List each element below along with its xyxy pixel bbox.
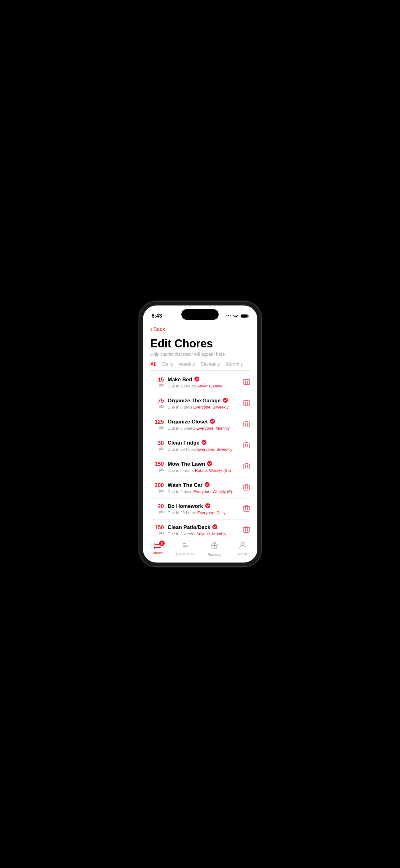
chore-due: Due in 6 days Everyone, Biweekly [168, 405, 239, 409]
chore-name-row: Clean Patio/Deck [168, 524, 239, 531]
chore-name-row: Do Homework [168, 503, 239, 510]
chore-points: 150 pts [151, 525, 164, 535]
dynamic-island [181, 309, 219, 320]
leaderboard-icon: 1 2 3 [182, 541, 190, 551]
chores-icon: 8 [153, 542, 162, 550]
svg-point-37 [154, 547, 156, 549]
chore-name: Mow The Lawn [168, 461, 205, 467]
chore-points-label: pts [151, 531, 164, 535]
chores-badge: 8 [159, 540, 165, 546]
chore-tags: Everyone, Biweekly [194, 405, 229, 409]
tab-bar: 8 Chores 1 2 3 Leaderboard [143, 538, 257, 562]
svg-point-22 [205, 482, 210, 487]
chore-due: Due in 5 hours Rotate, Weekly (Sa) [168, 468, 239, 473]
chore-points-label: pts [151, 425, 164, 430]
delete-chore-button[interactable] [243, 441, 250, 450]
svg-point-48 [241, 542, 244, 546]
wifi-icon [233, 314, 239, 318]
chore-item: 20 pts Do Homework Due in 23 hours Every… [151, 499, 250, 520]
checkmark-icon [205, 503, 210, 510]
chore-info: Mow The Lawn Due in 5 hours Rotate, Week… [168, 461, 239, 473]
chore-due: Due in 3 weeks Anyone, Monthly [168, 531, 239, 536]
svg-rect-1 [241, 314, 247, 318]
back-button[interactable]: ‹ Back [151, 326, 250, 333]
chore-item: 125 pts Organize Closet Due in 3 weeks E… [151, 414, 250, 435]
chore-name-row: Organize The Garage [168, 397, 239, 404]
chore-info: Organize Closet Due in 3 weeks Everyone,… [168, 418, 239, 431]
svg-rect-11 [244, 422, 249, 427]
chore-points-value: 200 [151, 483, 164, 489]
chore-due: Due in 3 weeks Everyone, Monthly [168, 426, 239, 431]
svg-rect-27 [244, 506, 249, 511]
tab-rewards[interactable]: Rewards [200, 541, 229, 556]
checkmark-icon [212, 524, 218, 531]
delete-chore-button[interactable] [243, 420, 250, 429]
chore-item: 150 pts Mow The Lawn Due in 5 hours Rota… [151, 456, 250, 477]
chore-points-value: 75 [151, 398, 164, 404]
delete-chore-button[interactable] [243, 378, 250, 387]
svg-point-10 [210, 419, 215, 424]
phone-frame: 6:43 ••• ‹ Back [139, 302, 261, 566]
tab-monthly[interactable]: Monthly [226, 362, 243, 367]
chore-points: 200 pts [151, 483, 164, 493]
chore-tags: Anyone, Monthly [196, 531, 226, 536]
back-label: Back [154, 326, 165, 333]
chore-due: Due in 23 hours Everyone, Biweekly [168, 447, 239, 452]
chore-name: Organize The Garage [168, 398, 221, 404]
svg-rect-23 [244, 485, 249, 490]
tab-leaderboard[interactable]: 1 2 3 Leaderboard [171, 541, 200, 556]
svg-rect-7 [244, 401, 249, 406]
tab-chores-label: Chores [152, 551, 163, 555]
chore-points-label: pts [151, 404, 164, 408]
back-chevron-icon: ‹ [151, 326, 152, 333]
chore-name: Wash The Car [168, 482, 203, 488]
chore-item: 200 pts Wash The Car Due in 6 days Every… [151, 477, 250, 499]
delete-chore-button[interactable] [243, 504, 250, 514]
delete-chore-button[interactable] [243, 483, 250, 492]
delete-chore-button[interactable] [243, 526, 250, 535]
chore-tags: Everyone, Weekly (F) [194, 489, 232, 494]
svg-point-6 [223, 398, 228, 403]
chore-name: Make Bed [168, 377, 192, 383]
svg-rect-15 [244, 443, 249, 448]
page-subtitle: Only chores that recur will appear here [151, 352, 250, 357]
phone-screen: 6:43 ••• ‹ Back [143, 306, 257, 562]
chore-name-row: Clean Fridge [168, 440, 239, 446]
chore-name-row: Organize Closet [168, 418, 239, 425]
tab-all[interactable]: All [151, 362, 157, 367]
chore-points: 125 pts [151, 419, 164, 430]
chore-name-row: Wash The Car [168, 482, 239, 489]
chore-item: 30 pts Clean Fridge Due in 23 hours Ever… [151, 435, 250, 456]
chore-due: Due in 23 hours Anyone, Daily [168, 384, 239, 389]
chore-item: 75 pts Organize The Garage Due in 6 days… [151, 393, 250, 414]
svg-point-35 [154, 544, 155, 545]
chore-due: Due in 6 days Everyone, Weekly (F) [168, 489, 239, 494]
svg-rect-3 [244, 380, 249, 385]
checkmark-icon [223, 397, 228, 404]
checkmark-icon [201, 440, 207, 446]
chore-tags: Everyone, Daily [197, 510, 226, 515]
chore-points-value: 20 [151, 503, 164, 510]
filter-tabs: All Daily Weekly Biweekly Monthly [151, 362, 250, 371]
chore-item: 15 pts Make Bed Due in 23 hours Anyone, … [151, 372, 250, 393]
chore-tags: Anyone, Daily [197, 384, 222, 389]
chore-points: 150 pts [151, 461, 164, 472]
tab-biweekly[interactable]: Biweekly [201, 362, 220, 367]
tab-weekly[interactable]: Weekly [179, 362, 195, 367]
chore-points-value: 30 [151, 440, 164, 446]
chore-info: Clean Fridge Due in 23 hours Everyone, B… [168, 440, 239, 452]
tab-profile-label: Profile [238, 552, 248, 556]
svg-point-2 [194, 377, 199, 381]
signal-icon: ••• [226, 314, 231, 318]
chore-tags: Everyone, Biweekly [197, 447, 232, 452]
chore-info: Clean Patio/Deck Due in 3 weeks Anyone, … [168, 524, 239, 536]
checkmark-icon [207, 461, 212, 468]
delete-chore-button[interactable] [243, 399, 250, 408]
svg-rect-31 [244, 527, 249, 532]
tab-daily[interactable]: Daily [162, 362, 173, 367]
tab-profile[interactable]: Profile [229, 541, 257, 556]
content-area: ‹ Back Edit Chores Only chores that recu… [143, 322, 257, 538]
rewards-icon [210, 541, 219, 551]
tab-chores[interactable]: 8 Chores [143, 542, 171, 555]
delete-chore-button[interactable] [243, 462, 250, 471]
